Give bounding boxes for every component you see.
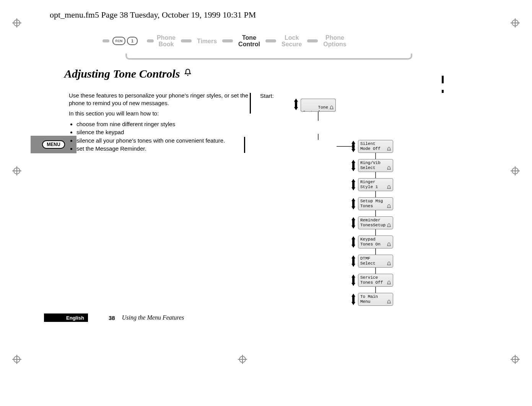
list-item: set the Message Reminder. [76,145,249,153]
tree-node: Ringer Style 1 [358,178,393,191]
page-container: opt_menu.fm5 Page 38 Tuesday, October 19… [0,0,532,406]
svg-marker-53 [351,226,355,229]
node-label: Reminder TonesSetup [360,218,386,227]
svg-marker-59 [351,264,355,267]
section-heading: Adjusting Tone Controls [64,67,192,80]
tree-node: To Main Menu [358,293,393,306]
footer-section-title: Using the Menu Features [122,314,184,321]
nav-connector [307,39,318,42]
bell-icon [387,281,391,285]
nav-connector [222,39,233,42]
svg-rect-40 [352,144,355,149]
tree-node: DTMF Select [358,255,393,268]
crop-mark-icon [12,18,21,28]
change-bar [442,76,444,83]
intro-paragraph-2: In this section you will learn how to: [69,110,249,117]
scroll-icon [351,274,356,286]
crop-mark-icon [12,355,21,364]
crop-mark-icon [238,355,247,364]
nav-items: FCN 1 Phone Book Timers Tone Control Loc… [102,34,412,47]
node-label: Ringer Style 1 [360,180,378,189]
bell-icon [329,106,334,110]
svg-marker-48 [351,198,355,201]
svg-rect-55 [352,239,355,245]
tree-node: Silent Mode Off [358,140,393,153]
list-item: silence the keypad [76,128,249,136]
bell-icon [387,261,391,266]
one-key-icon: 1 [127,37,138,45]
bell-icon [387,300,391,304]
svg-rect-49 [352,201,355,206]
bullet-list: choose from nine different ringer styles… [69,120,249,153]
scroll-icon [351,294,356,305]
change-bar [244,137,245,153]
list-item: choose from nine different ringer styles [76,120,249,128]
node-label: Service Tones Off [360,275,383,285]
node-label: Ring/Vib Select [360,161,381,170]
svg-rect-37 [295,102,297,107]
intro-paragraph: Use these features to personalize your p… [69,92,249,107]
node-label: To Main Menu [360,294,378,304]
tree-node: Keypad Tones On [358,235,393,248]
scroll-icon [351,179,356,190]
crop-mark-icon [12,166,21,175]
side-tab-label: MENU [42,140,65,149]
bell-icon [387,242,391,247]
heading-text: Adjusting Tone Controls [64,67,180,80]
svg-rect-58 [352,258,355,264]
node-label: Tone Control [303,105,328,112]
nav-connector [147,39,154,42]
nav-item-timers: Timers [197,38,217,44]
scroll-icon [351,198,356,209]
bell-icon [387,147,391,151]
change-bar [250,93,251,114]
svg-marker-51 [351,217,355,220]
scroll-icon [351,141,356,152]
node-label: Keypad Tones On [360,237,381,247]
page-footer: English 38 Using the Menu Features [44,313,184,322]
bell-icon [184,68,192,76]
bell-icon [387,223,391,228]
svg-marker-54 [351,236,355,239]
nav-connector [102,39,109,42]
svg-marker-41 [351,149,355,152]
start-label: Start: [260,93,274,99]
node-label: Silent Mode Off [360,141,381,151]
tree-node: Reminder TonesSetup [358,216,393,229]
bell-icon [387,204,391,209]
svg-marker-36 [294,99,298,102]
nav-item-phone-options: Phone Options [323,34,346,47]
svg-rect-64 [352,297,355,302]
change-bar [442,90,444,93]
scroll-icon [351,255,356,267]
footer-language: English [44,313,88,322]
running-header: opt_menu.fm5 Page 38 Tuesday, October 19… [50,10,256,20]
svg-marker-65 [351,302,355,305]
svg-marker-63 [351,294,355,297]
svg-marker-60 [351,274,355,278]
nav-item-lock-secure: Lock Secure [281,34,302,47]
tree-node: Setup Msg Tones [358,197,393,210]
list-item: silence all your phone’s tones with one … [76,137,249,145]
nav-item-tone-control: Tone Control [238,34,260,47]
node-label: DTMF Select [360,256,376,266]
bell-icon [387,185,391,190]
scroll-icon [351,236,356,248]
svg-marker-45 [351,179,355,182]
svg-marker-56 [351,245,355,248]
svg-marker-62 [351,283,355,286]
scroll-icon [294,99,298,110]
svg-rect-52 [352,220,355,226]
scroll-icon [351,217,356,229]
crop-mark-icon [511,355,520,364]
crop-mark-icon [511,18,520,28]
svg-marker-47 [351,187,355,190]
svg-marker-39 [351,141,355,144]
menu-nav-strip: FCN 1 Phone Book Timers Tone Control Loc… [102,34,412,61]
svg-point-21 [187,75,189,76]
svg-marker-42 [351,160,355,163]
svg-rect-43 [352,163,355,168]
svg-marker-57 [351,255,355,258]
body-text: Use these features to personalize your p… [69,92,249,153]
node-label: Setup Msg Tones [360,199,383,208]
